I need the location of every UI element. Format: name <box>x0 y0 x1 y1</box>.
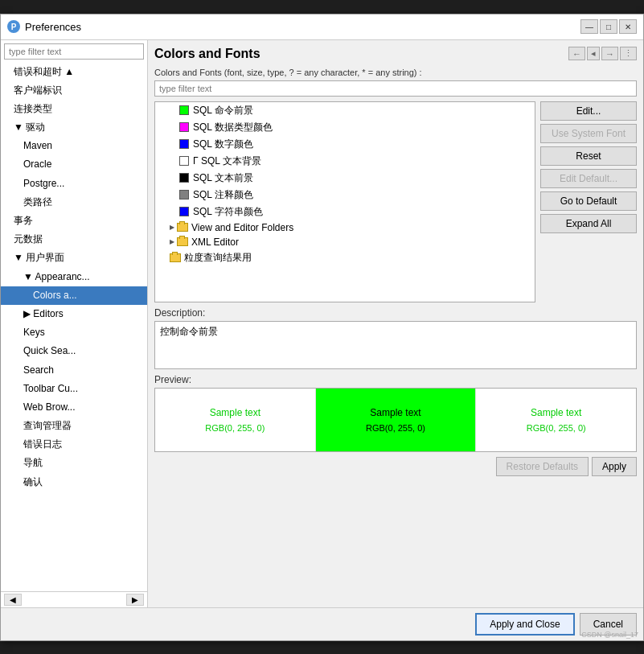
sidebar-item-metadata[interactable]: 元数据 <box>1 230 147 249</box>
list-item-granular[interactable]: 粒度查询结果用 <box>155 249 535 266</box>
label-sql-textfg: SQL 文本前景 <box>193 171 253 185</box>
sidebar-item-querymanager[interactable]: 查询管理器 <box>1 417 147 435</box>
list-item[interactable]: Γ SQL 文本背景 <box>155 153 535 170</box>
dialog-footer: Apply and Close Cancel <box>1 607 643 640</box>
swatch-sql-string <box>179 207 189 216</box>
preferences-dialog: P Preferences — □ ✕ 错误和超时 ▲ 客户端标识 连接类型 ▼… <box>0 14 644 641</box>
maximize-button[interactable]: □ <box>600 19 617 34</box>
watermark: CSDN @snail_17 <box>581 631 638 639</box>
preview-sample-3: Sample text <box>531 407 581 418</box>
sidebar-item-oracle[interactable]: Oracle <box>1 155 147 174</box>
title-bar-left: P Preferences <box>7 20 81 33</box>
restore-defaults-button[interactable]: Restore Defaults <box>496 457 589 476</box>
reset-button[interactable]: Reset <box>540 146 637 166</box>
swatch-sql-comment <box>179 190 189 199</box>
sidebar-filter-input[interactable] <box>4 43 144 60</box>
sidebar-item-ui[interactable]: ▼ 用户界面 <box>1 249 147 267</box>
label-xml: XML Editor <box>191 237 239 248</box>
sidebar-item-editors[interactable]: ▶ Editors <box>1 305 147 323</box>
list-item[interactable]: SQL 文本前景 <box>155 170 535 187</box>
list-item[interactable]: SQL 数字颜色 <box>155 136 535 153</box>
sidebar-item-webbrowser[interactable]: Web Brow... <box>1 398 147 417</box>
filter-row <box>154 80 637 97</box>
preview-rgb-2: RGB(0, 255, 0) <box>366 423 425 433</box>
sidebar-scroll-left[interactable]: ◀ <box>4 594 22 606</box>
expand-all-button[interactable]: Expand All <box>540 214 637 233</box>
list-item-vieweditor[interactable]: ▶ View and Editor Folders <box>155 220 535 235</box>
minimize-button[interactable]: — <box>580 19 598 34</box>
colors-list[interactable]: SQL 命令前景 SQL 数据类型颜色 SQL 数字颜色 Γ SQL 文本背景 <box>154 101 535 302</box>
list-item[interactable]: SQL 字符串颜色 <box>155 204 535 220</box>
close-button[interactable]: ✕ <box>619 19 637 34</box>
back-arrow2-button[interactable]: ◂ <box>587 47 600 60</box>
list-item[interactable]: SQL 数据类型颜色 <box>155 119 535 136</box>
edit-default-button[interactable]: Edit Default... <box>540 169 637 188</box>
list-item[interactable]: SQL 命令前景 <box>155 102 535 119</box>
sidebar-scroll-right[interactable]: ▶ <box>126 594 144 606</box>
description-text: 控制命令前景 <box>160 326 218 337</box>
preview-section: Preview: Sample text RGB(0, 255, 0) Samp… <box>154 374 637 452</box>
sidebar-item-client[interactable]: 客户端标识 <box>1 81 147 100</box>
sidebar-scroll-arrows: ◀ ▶ <box>1 591 147 607</box>
preview-rgb-3: RGB(0, 255, 0) <box>527 423 586 433</box>
title-buttons: — □ ✕ <box>580 19 637 34</box>
sidebar-item-colors[interactable]: Colors a... <box>1 286 147 305</box>
preview-col-1: Sample text RGB(0, 255, 0) <box>155 389 316 451</box>
sidebar-item-maven[interactable]: Maven <box>1 137 147 155</box>
fwd-button[interactable]: → <box>601 47 618 60</box>
folder-icon-view <box>177 223 188 232</box>
preview-label: Preview: <box>154 374 637 385</box>
preview-col-3: Sample text RGB(0, 255, 0) <box>476 389 636 451</box>
list-item[interactable]: SQL 注释颜色 <box>155 187 535 204</box>
list-item-xml[interactable]: ▶ XML Editor <box>155 235 535 249</box>
right-panel: Colors and Fonts ← ◂ → ⋮ Colors and Font… <box>148 40 643 607</box>
app-icon: P <box>7 20 20 33</box>
sidebar-item-connection[interactable]: 连接类型 <box>1 100 147 118</box>
label-sql-dtype: SQL 数据类型颜色 <box>193 121 273 134</box>
panel-toolbar: ← ◂ → ⋮ <box>568 47 637 60</box>
sidebar-item-driver[interactable]: ▼ 驱动 <box>1 118 147 137</box>
bottom-bar: Restore Defaults Apply <box>154 457 637 476</box>
preview-sample-2: Sample text <box>370 407 420 418</box>
go-to-default-button[interactable]: Go to Default <box>540 191 637 211</box>
sidebar-item-errors[interactable]: 错误和超时 ▲ <box>1 63 147 81</box>
label-vieweditor: View and Editor Folders <box>191 222 293 233</box>
sidebar-item-toolbar[interactable]: Toolbar Cu... <box>1 380 147 398</box>
sidebar-item-appearance[interactable]: ▼ Appearanc... <box>1 268 147 286</box>
sidebar-item-confirm[interactable]: 确认 <box>1 473 147 492</box>
preview-rgb-1: RGB(0, 255, 0) <box>205 423 265 433</box>
swatch-sql-dtype <box>179 122 189 132</box>
apply-close-button[interactable]: Apply and Close <box>475 613 574 635</box>
colors-filter-input[interactable] <box>154 80 637 97</box>
edit-button[interactable]: Edit... <box>540 101 637 121</box>
label-sql-textbg: Γ SQL 文本背景 <box>193 154 261 168</box>
sidebar-item-keys[interactable]: Keys <box>1 323 147 342</box>
sidebar-item-search[interactable]: Search <box>1 361 147 380</box>
panel-title: Colors and Fonts <box>154 47 260 61</box>
label-sql-cmd: SQL 命令前景 <box>193 104 253 117</box>
window-title: Preferences <box>25 21 81 33</box>
sidebar-item-nav[interactable]: 导航 <box>1 454 147 472</box>
sidebar-item-postgre[interactable]: Postgre... <box>1 175 147 193</box>
sidebar-item-quicksearch[interactable]: Quick Sea... <box>1 342 147 360</box>
sidebar-tree: 错误和超时 ▲ 客户端标识 连接类型 ▼ 驱动 Maven Oracle Pos… <box>1 63 147 591</box>
sidebar-item-errorlog[interactable]: 错误日志 <box>1 435 147 454</box>
swatch-sql-cmd <box>179 105 189 115</box>
preview-sample-1: Sample text <box>210 407 260 418</box>
use-system-font-button[interactable]: Use System Font <box>540 124 637 143</box>
title-bar: P Preferences — □ ✕ <box>1 14 643 40</box>
sidebar-item-transaction[interactable]: 事务 <box>1 212 147 230</box>
more-button[interactable]: ⋮ <box>620 47 637 60</box>
swatch-sql-textbg <box>179 156 189 166</box>
apply-button[interactable]: Apply <box>592 457 637 476</box>
arrow-icon-view: ▶ <box>170 224 174 231</box>
sidebar-item-classpath[interactable]: 类路径 <box>1 193 147 212</box>
main-content: 错误和超时 ▲ 客户端标识 连接类型 ▼ 驱动 Maven Oracle Pos… <box>1 40 643 607</box>
back-button[interactable]: ← <box>568 47 585 60</box>
arrow-icon-xml: ▶ <box>170 238 174 245</box>
folder-icon-granular <box>170 253 181 262</box>
label-granular: 粒度查询结果用 <box>184 251 252 265</box>
panel-description: Colors and Fonts (font, size, type, ? = … <box>154 68 637 77</box>
description-box: 控制命令前景 <box>154 321 637 369</box>
description-section: Description: 控制命令前景 <box>154 307 637 369</box>
